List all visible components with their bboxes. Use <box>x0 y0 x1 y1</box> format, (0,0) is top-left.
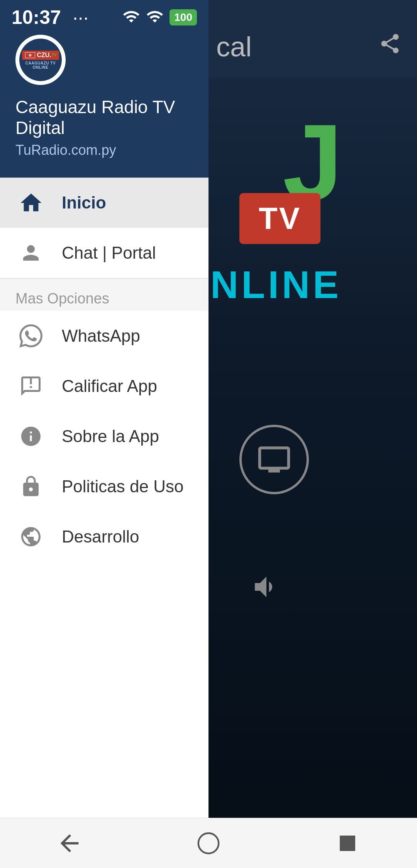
bg-cal-text: cal <box>216 31 252 63</box>
status-time: 10:37 <box>12 6 61 29</box>
politicas-de-uso-label: Politicas de Uso <box>62 477 183 496</box>
sidebar-item-desarrollo[interactable]: Desarrollo <box>0 512 208 562</box>
navigation-drawer: 10:37 ··· 100 <box>0 0 208 868</box>
status-icons: 100 <box>122 8 197 27</box>
sidebar-item-whatsapp[interactable]: WhatsApp <box>0 311 208 361</box>
calificar-app-label: Calificar App <box>62 376 157 396</box>
home-button[interactable] <box>185 828 232 859</box>
app-name: Caaguazu Radio TV Digital <box>15 97 193 138</box>
person-icon <box>15 237 46 268</box>
svg-point-3 <box>198 833 219 853</box>
sidebar-item-politicas-de-uso[interactable]: Politicas de Uso <box>0 461 208 512</box>
whatsapp-icon <box>15 320 46 351</box>
sidebar-item-sobre-la-app[interactable]: Sobre la App <box>0 411 208 461</box>
recent-apps-button[interactable] <box>324 828 371 859</box>
rate-icon <box>15 371 46 402</box>
bg-tv-badge: TV <box>239 193 320 244</box>
globe-icon <box>15 521 46 552</box>
desarrollo-label: Desarrollo <box>62 527 139 546</box>
whatsapp-label: WhatsApp <box>62 326 140 346</box>
bg-nline-text: NLINE <box>210 263 342 307</box>
bottom-navigation <box>0 818 417 868</box>
signal-icon <box>122 8 140 27</box>
sidebar-item-chat-portal[interactable]: Chat | Portal <box>0 228 208 278</box>
back-button[interactable] <box>46 828 93 859</box>
chat-portal-label: Chat | Portal <box>62 243 156 263</box>
lock-icon <box>15 471 46 502</box>
sidebar-item-inicio[interactable]: Inicio <box>0 178 208 228</box>
inicio-label: Inicio <box>62 193 106 212</box>
status-dots: ··· <box>73 6 89 29</box>
share-icon[interactable] <box>378 32 402 61</box>
wifi-icon <box>146 8 164 27</box>
mas-opciones-label: Mas Opciones <box>0 279 208 311</box>
info-icon <box>15 421 46 452</box>
bg-volume-icon <box>251 571 282 610</box>
battery-indicator: 100 <box>170 9 197 25</box>
status-bar: 10:37 ··· 100 <box>0 0 208 35</box>
svg-rect-4 <box>340 836 355 851</box>
sidebar-item-calificar-app[interactable]: Calificar App <box>0 361 208 411</box>
app-url: TuRadio.com.py <box>15 142 116 158</box>
home-icon <box>15 187 46 218</box>
app-logo: CZU. TV CAAGUAZU TV ONLINE <box>15 35 66 85</box>
drawer-menu: Inicio Chat | Portal Mas Opciones WhatsA… <box>0 178 208 868</box>
bg-tv-circle-icon <box>239 425 309 494</box>
sobre-la-app-label: Sobre la App <box>62 427 159 446</box>
svg-point-2 <box>29 54 32 56</box>
